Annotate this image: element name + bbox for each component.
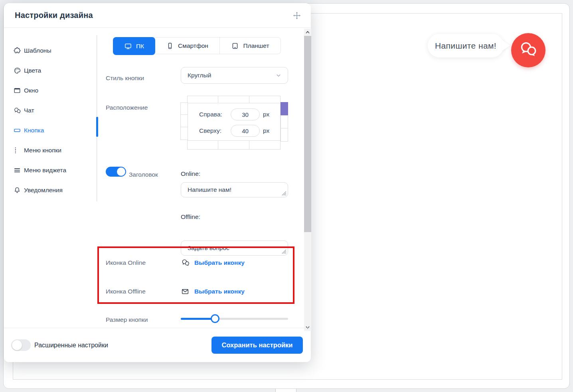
sidebar-item-label: Кнопка [24, 127, 44, 134]
advanced-settings-label: Расширенные настройки [34, 342, 108, 349]
button-size-thumb[interactable] [211, 314, 219, 323]
widget-tooltip[interactable]: Напишите нам! [428, 34, 504, 57]
sidebar-item-button-menu[interactable]: Меню кнопки [4, 140, 100, 160]
chat-bubbles-icon [181, 258, 190, 268]
offset-top-unit: px [263, 127, 269, 134]
modal-footer: Расширенные настройки Сохранить настройк… [4, 328, 311, 362]
offset-top-input[interactable] [231, 125, 260, 137]
page-scroll-handle[interactable] [275, 389, 296, 392]
position-cell-bottom-center[interactable] [218, 140, 249, 150]
resize-handle-icon[interactable] [281, 190, 286, 196]
toggle-knob [117, 167, 125, 176]
online-label: Online: [181, 170, 200, 177]
tab-label: Смартфон [178, 42, 208, 49]
position-cell-right-bottom[interactable] [281, 128, 288, 142]
icon-offline-label: Иконка Offline [106, 288, 146, 295]
sidebar-item-label: Чат [24, 107, 34, 114]
offset-right-unit: px [263, 111, 269, 118]
button-size-label: Размер кнопки [106, 316, 148, 323]
window-icon [13, 86, 22, 95]
dots-vertical-icon [13, 146, 22, 155]
tab-pc[interactable]: ПК [113, 37, 155, 55]
position-grid: Справа: px Сверху: px [180, 96, 288, 150]
offset-right-input[interactable] [231, 108, 260, 120]
title-toggle[interactable] [106, 167, 126, 177]
modal-scrollbar[interactable] [304, 29, 311, 331]
widget-chat-button[interactable] [511, 33, 545, 67]
sidebar-item-label: Цвета [24, 67, 41, 74]
resize-handle-icon[interactable] [281, 248, 286, 254]
button-icon [13, 126, 22, 135]
tablet-icon [231, 42, 239, 50]
sidebar-item-label: Окно [24, 87, 38, 94]
position-cell-right-top-selected[interactable] [281, 102, 288, 116]
tab-tablet[interactable]: Планшет [219, 37, 281, 54]
position-cell-right-middle[interactable] [281, 115, 288, 128]
position-cell-top-center[interactable] [218, 96, 249, 103]
position-cell-top-right[interactable] [249, 96, 281, 103]
offline-label: Offline: [181, 213, 200, 221]
offset-top-label: Сверху: [199, 127, 231, 134]
offset-right-label: Справа: [199, 111, 231, 118]
advanced-settings-toggle[interactable] [11, 339, 31, 351]
icon-online-label: Иконка Online [106, 259, 146, 266]
bell-icon [13, 186, 22, 195]
offline-text-field[interactable]: Задать вопрос [181, 240, 288, 256]
sidebar-item-window[interactable]: Окно [4, 81, 100, 100]
position-cell-bottom-right[interactable] [249, 140, 281, 150]
choose-icon-online-link[interactable]: Выбрать иконку [194, 259, 245, 266]
smartphone-icon [166, 42, 174, 50]
scroll-up-icon[interactable] [304, 29, 311, 36]
sidebar-item-colors[interactable]: Цвета [4, 61, 100, 81]
chevron-down-icon [275, 72, 282, 79]
modal-title: Настройки дизайна [15, 11, 93, 20]
sidebar-item-notifications[interactable]: Уведомления [4, 180, 100, 200]
position-cell-bottom-left[interactable] [187, 140, 218, 150]
position-label: Расположение [106, 104, 148, 111]
chat-bubbles-icon [518, 39, 539, 61]
screen: Напишите нам! Настройки дизайна [0, 0, 573, 392]
monitor-icon [124, 42, 132, 50]
scrollbar-thumb[interactable] [304, 36, 311, 232]
sidebar-item-templates[interactable]: Шаблоны [4, 41, 100, 61]
icon-online-row: Выбрать иконку [181, 258, 245, 268]
button-style-select[interactable]: Круглый [181, 67, 288, 84]
palette-icon [13, 66, 22, 75]
sidebar-item-chat[interactable]: Чат [4, 100, 100, 120]
sidebar-item-label: Меню кнопки [24, 147, 61, 154]
sidebar-item-label: Уведомления [24, 187, 63, 194]
button-size-fill [181, 318, 215, 320]
online-text-field[interactable]: Напишите нам! [181, 182, 288, 197]
offline-text-value: Задать вопрос [188, 244, 229, 252]
position-cell-left-middle[interactable] [180, 114, 188, 127]
toggle-knob [12, 340, 22, 350]
position-cell-top-left[interactable] [187, 96, 218, 103]
icon-offline-row: Выбрать иконку [181, 287, 245, 296]
save-settings-button[interactable]: Сохранить настройки [211, 337, 303, 354]
sidebar-item-label: Шаблоны [24, 47, 51, 54]
tab-label: Планшет [243, 42, 269, 49]
sidebar-item-label: Меню виджета [24, 167, 66, 174]
position-cell-left-top[interactable] [180, 102, 188, 115]
active-item-indicator [96, 117, 98, 137]
button-size-slider[interactable] [181, 313, 288, 324]
chat-bubbles-icon [13, 106, 22, 115]
device-tabs: ПК Смартфон Планшет [113, 37, 281, 54]
button-style-label: Стиль кнопки [106, 75, 144, 82]
choose-icon-offline-link[interactable]: Выбрать иконку [194, 288, 245, 295]
sidebar-item-widget-menu[interactable]: Меню виджета [4, 160, 100, 180]
title-toggle-label: Заголовок [129, 171, 158, 178]
button-style-value: Круглый [188, 72, 211, 79]
widget-tooltip-arrow [502, 40, 510, 51]
position-offsets-panel: Справа: px Сверху: px [188, 103, 281, 141]
online-text-value: Напишите нам! [188, 186, 231, 193]
modal-header: Настройки дизайна [4, 3, 311, 28]
design-settings-modal: Настройки дизайна Шаблоны [4, 3, 311, 362]
position-cell-left-bottom[interactable] [180, 127, 188, 140]
sidebar-item-button[interactable]: Кнопка [4, 120, 100, 140]
tab-smartphone[interactable]: Смартфон [155, 37, 219, 54]
move-icon[interactable] [292, 11, 301, 20]
tab-label: ПК [136, 43, 144, 50]
hamburger-icon [13, 166, 22, 175]
puzzle-icon [13, 46, 22, 55]
